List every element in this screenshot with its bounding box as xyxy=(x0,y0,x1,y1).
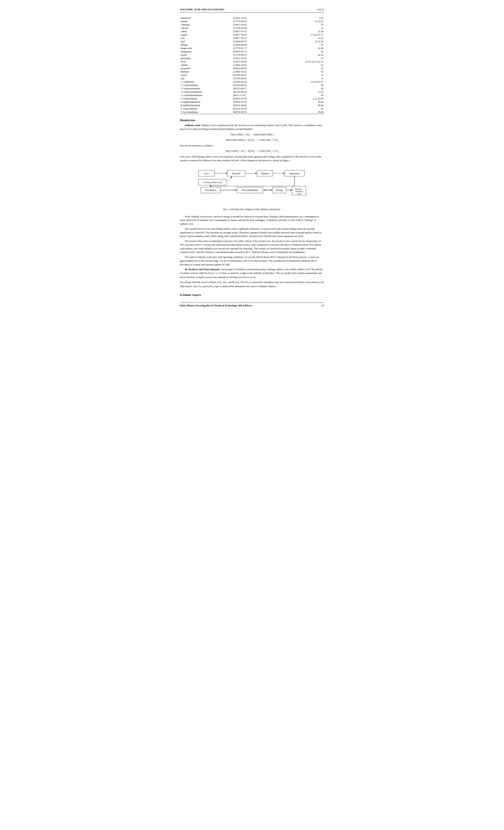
byproducts-bold: By-Products and Waste Disposal. xyxy=(185,268,220,271)
table-row: calcium [13770-92-8] 32 xyxy=(180,27,324,30)
references: 43 xyxy=(285,107,324,110)
compound-name: zinc xyxy=(180,77,232,80)
manufacture-heading: Manufacture xyxy=(180,119,324,122)
compound-name: calcium xyxy=(180,27,232,30)
svg-text:Drying: Drying xyxy=(276,189,283,191)
references: 32 xyxy=(285,43,324,46)
table-row: 1:1 p-toluidinium [68734-85-0] 39,40 xyxy=(180,110,324,114)
compound-name: 1:1 p-toluidinium xyxy=(180,110,232,114)
cas-number: [10101-13-0] xyxy=(232,17,285,20)
compound-name: lead xyxy=(180,40,232,43)
table-row: nickel [13770-89-3] 32,36 xyxy=(180,53,324,57)
references: 40 xyxy=(285,84,324,87)
compound-name: 1:1 hydrazinium xyxy=(180,97,232,100)
table-row: zinc [13770-90-6] 32 xyxy=(180,77,324,80)
cas-number: [82783-83-3] xyxy=(232,73,285,77)
overall-label: The overall reaction is as follows: xyxy=(180,144,324,148)
table-row: α-naphthylaminium [83929-97-9] 39,40 xyxy=(180,100,324,104)
references: 32,38 xyxy=(285,46,324,50)
cas-number: [83929-97-9] xyxy=(232,100,285,104)
references: 32 xyxy=(285,27,324,30)
svg-text:Reaction: Reaction xyxy=(232,172,241,175)
table-row: 1:1 trimethylaminium [6427-17-4] 38 xyxy=(180,94,324,97)
header-vol: Vol 23 xyxy=(317,8,324,11)
references: 32 xyxy=(285,70,324,73)
cas-number: [82324-00-3] xyxy=(232,90,285,94)
table-row: thallium [21856-70-2] 32 xyxy=(180,70,324,73)
table-row: silver [14325-99-6] 12,15,19,27,32,33 xyxy=(180,60,324,63)
compound-name: lithium xyxy=(180,43,232,46)
cas-number: [32849-69-7] xyxy=(232,40,285,43)
table-row: sodium [13845-18-6] 32 xyxy=(180,63,324,67)
references: 12,32 xyxy=(285,37,324,40)
cas-number: [13770-89-3] xyxy=(232,53,285,57)
page-header: SULFAMIC ACID AND SULFAMATES Vol 23 xyxy=(180,8,324,12)
compound-name: copper xyxy=(180,33,232,37)
cas-number: [83929-96-8] xyxy=(232,67,285,70)
footer-title: Kirk-Othmer Encyclopedia of Chemical Tec… xyxy=(180,304,252,307)
page-footer: Kirk-Othmer Encyclopedia of Chemical Tec… xyxy=(180,302,324,307)
references: 39,40 xyxy=(285,100,324,104)
footer-page: 63 xyxy=(322,304,324,307)
cas-number: [13770-92-8] xyxy=(232,27,285,30)
fig-caption: Fig. 1. Schematic flow diagram of the su… xyxy=(197,208,307,211)
table-row: 1:1 amylaminium [82323-98-6] 40 xyxy=(180,84,324,87)
table-row: 1:1 hydrazinium [39935-03-0] 2,12,35,40 xyxy=(180,97,324,100)
para4: The reaction between urea and fuming sul… xyxy=(180,227,324,238)
cas-number: [13770-86-0] xyxy=(232,20,285,23)
sulfamates-table-section: aluminum [10101-13-0] 2,32 barium [13770… xyxy=(180,17,324,114)
table-row: 1:1 anilinium [10310-62-0] 22,35,39–41 xyxy=(180,80,324,84)
references: 32 xyxy=(285,77,324,80)
sulfamic-acid-bold: Sulfamic Acid. xyxy=(185,124,200,127)
table-row: 1:1 benzylaminium [82323-99-7] 42 xyxy=(180,87,324,90)
cas-number: [13823-50-2] xyxy=(232,57,285,60)
table-row: aluminum [10101-13-0] 2,32 xyxy=(180,17,324,20)
compound-name: 1:1 amylaminium xyxy=(180,84,232,87)
para2: Urea reacts with fuming sulfuric acid in… xyxy=(180,155,324,162)
table-row: 1:1 piperidinium [82324-01-4] 43 xyxy=(180,107,324,110)
compound-name: α-naphthylaminium xyxy=(180,100,232,104)
cas-number: [21856-68-8] xyxy=(232,43,285,46)
compound-name: aluminum xyxy=(180,17,232,20)
compound-name: 1:1 benzylaminium xyxy=(180,87,232,90)
table-row: copper [14017-38-0] 27,32,35–37 xyxy=(180,33,324,37)
compound-name: cobalt xyxy=(180,30,232,33)
cas-number: [83929-95-7] xyxy=(232,50,285,53)
cas-number: [82323-98-6] xyxy=(232,84,285,87)
cas-number: [13770-91-7] xyxy=(232,46,285,50)
references: 2,32 xyxy=(285,17,324,20)
references: 12,22 xyxy=(285,90,324,94)
cas-number: [68734-85-0] xyxy=(232,110,285,114)
svg-text:Recrystallization: Recrystallization xyxy=(242,189,258,191)
table-row: strontium [83929-96-8] 32 xyxy=(180,67,324,70)
references: 32 xyxy=(285,23,324,27)
references: 32,36 xyxy=(285,53,324,57)
para3: In the sulfamic acid process, electrical… xyxy=(180,215,324,226)
equation-1: NH2CONH2 + SO3 → [HSO3NHCONH2] xyxy=(180,133,324,136)
references: 32 xyxy=(285,57,324,60)
table-row: magnesium [13770-91-7] 32,38 xyxy=(180,46,324,50)
header-title: SULFAMIC ACID AND SULFAMATES xyxy=(180,8,224,11)
sulfamic-acid-para1: Sulfamic acid is manufactured by the rea… xyxy=(180,124,322,130)
cas-number: [6427-17-4] xyxy=(232,94,285,97)
references: 32 xyxy=(285,67,324,70)
cas-number: [21856-70-2] xyxy=(232,70,285,73)
compound-name: sodium xyxy=(180,63,232,67)
byproducts-para: By-Products and Waste Disposal. A by-pro… xyxy=(180,267,324,279)
sulfamic-acid-intro: Sulfamic Acid. Sulfamic acid is manufact… xyxy=(180,124,324,131)
compound-name: cadmium xyxy=(180,23,232,27)
compound-name: 1:1 anilinium xyxy=(180,80,232,84)
cas-number: [82323-99-7] xyxy=(232,87,285,90)
table-row: β-naphthylaminium [83929-98-0] 39,40 xyxy=(180,104,324,107)
compound-name: 1:1 hydroxylaminium xyxy=(180,90,232,94)
equation-3: NH2CONH2 + SO3 + H2SO4 → 2 HSO3NH2 + CO2 xyxy=(180,150,324,153)
cas-number: [13770-90-6] xyxy=(232,77,285,80)
references: 32 xyxy=(285,73,324,77)
table-row: cobalt [14017-41-5] 32,34 xyxy=(180,30,324,33)
compound-name: nickel xyxy=(180,53,232,57)
cas-number: [82324-01-4] xyxy=(232,107,285,110)
compound-name: 1:1 piperidinium xyxy=(180,107,232,110)
references: 38 xyxy=(285,94,324,97)
table-row: 1:1 hydroxylaminium [82324-00-3] 12,22 xyxy=(180,90,324,94)
references: 39,40 xyxy=(285,110,324,114)
